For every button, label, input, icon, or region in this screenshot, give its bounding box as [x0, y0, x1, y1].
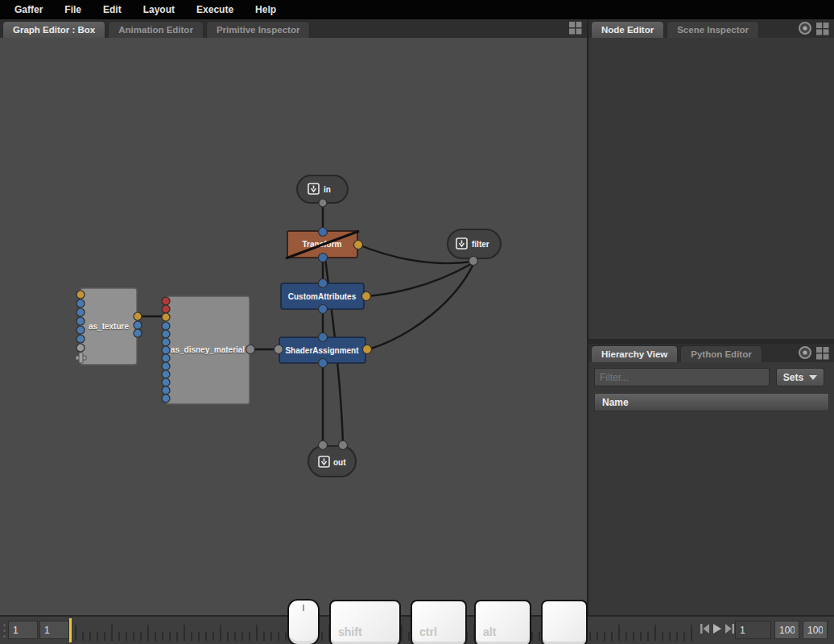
timeline-start-frame-field[interactable] [8, 621, 38, 639]
graph-editor-tabbar: Graph Editor : Box Animation Editor Prim… [0, 19, 587, 38]
node-as-disney-material[interactable]: as_disney_material [166, 296, 250, 404]
menu-help[interactable]: Help [250, 2, 281, 18]
menu-bar: Gaffer File Edit Layout Execute Help [0, 0, 834, 19]
timeline-grip-handle[interactable] [3, 624, 6, 638]
svg-text:CustomAttributes: CustomAttributes [288, 292, 357, 301]
node-graph-svg: as_texture as_disney_material Transform … [0, 38, 587, 615]
name-header-label: Name [602, 397, 629, 408]
layout-grid-icon[interactable] [815, 346, 829, 360]
menu-layout[interactable]: Layout [138, 2, 180, 18]
name-column-header: Name [594, 393, 829, 411]
chevron-down-icon [809, 375, 817, 380]
svg-text:as_disney_material: as_disney_material [171, 345, 246, 354]
node-editor-tabbar: Node Editor Scene Inspector [588, 19, 834, 38]
hierarchy-filter-input[interactable] [594, 368, 770, 386]
menu-execute[interactable]: Execute [192, 2, 238, 18]
pin-target-icon[interactable] [798, 21, 812, 35]
range-end-field[interactable] [774, 621, 799, 639]
edge-filter-to-shaderassignment[interactable] [369, 264, 473, 349]
range-total-field[interactable] [803, 621, 828, 639]
tab-hierarchy-view[interactable]: Hierarchy View [591, 345, 678, 362]
sets-label: Sets [783, 372, 803, 383]
graph-editor-panel: Graph Editor : Box Animation Editor Prim… [0, 19, 587, 615]
right-panel: Node Editor Scene Inspector Hierarchy Vi… [588, 19, 834, 615]
tab-node-editor[interactable]: Node Editor [591, 21, 664, 38]
next-frame-button[interactable] [725, 623, 735, 634]
timeline-ruler[interactable] [75, 621, 696, 641]
node-out[interactable]: out [308, 446, 356, 477]
svg-text:as_texture: as_texture [89, 322, 129, 331]
menu-edit[interactable]: Edit [98, 2, 126, 18]
node-editor-content [588, 38, 834, 339]
node-filter[interactable]: filter [448, 229, 501, 258]
sets-dropdown[interactable]: Sets [776, 368, 824, 386]
previous-frame-button[interactable] [700, 623, 710, 634]
hierarchy-view-body: Sets Name [588, 362, 834, 615]
tab-animation-editor[interactable]: Animation Editor [108, 21, 204, 38]
hierarchy-tabbar: Hierarchy View Python Editor [588, 344, 834, 362]
tab-python-editor[interactable]: Python Editor [680, 345, 762, 362]
layout-grid-icon[interactable] [568, 21, 582, 35]
svg-text:out: out [333, 458, 346, 467]
layout-grid-icon[interactable] [815, 22, 829, 35]
node-as-texture[interactable]: as_texture [81, 288, 137, 365]
timeline-bar [0, 615, 834, 644]
pin-target-icon[interactable] [798, 345, 812, 360]
node-graph-canvas[interactable]: as_texture as_disney_material Transform … [0, 38, 587, 615]
play-button[interactable] [712, 623, 722, 634]
svg-text:ShaderAssignment: ShaderAssignment [285, 346, 359, 355]
tab-primitive-inspector[interactable]: Primitive Inspector [206, 21, 311, 38]
current-frame-marker [69, 618, 72, 642]
playback-frame-field[interactable] [735, 621, 771, 639]
menu-file[interactable]: File [60, 2, 86, 18]
svg-text:filter: filter [472, 240, 489, 249]
tab-graph-editor[interactable]: Graph Editor : Box [2, 21, 105, 38]
svg-text:in: in [324, 185, 331, 194]
tab-scene-inspector[interactable]: Scene Inspector [667, 21, 759, 38]
menu-gaffer[interactable]: Gaffer [10, 2, 47, 18]
timeline-current-frame-field[interactable] [39, 621, 69, 639]
